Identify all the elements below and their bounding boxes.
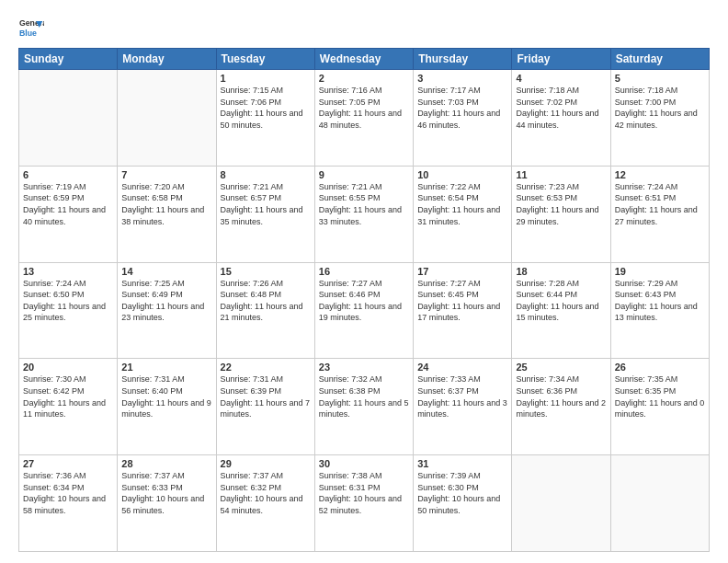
calendar-cell	[610, 455, 709, 552]
calendar-cell: 17Sunrise: 7:27 AM Sunset: 6:45 PM Dayli…	[414, 262, 512, 359]
calendar-cell	[19, 70, 118, 167]
calendar-cell: 1Sunrise: 7:15 AM Sunset: 7:06 PM Daylig…	[216, 70, 314, 167]
day-info: Sunrise: 7:22 AM Sunset: 6:54 PM Dayligh…	[417, 181, 507, 227]
day-info: Sunrise: 7:37 AM Sunset: 6:32 PM Dayligh…	[221, 470, 311, 516]
calendar-cell: 18Sunrise: 7:28 AM Sunset: 6:44 PM Dayli…	[512, 262, 610, 359]
day-number: 21	[121, 362, 211, 373]
calendar-cell: 30Sunrise: 7:38 AM Sunset: 6:31 PM Dayli…	[314, 455, 413, 552]
day-info: Sunrise: 7:27 AM Sunset: 6:45 PM Dayligh…	[417, 278, 507, 324]
calendar-cell: 10Sunrise: 7:22 AM Sunset: 6:54 PM Dayli…	[414, 166, 512, 262]
day-number: 18	[516, 266, 606, 277]
day-info: Sunrise: 7:34 AM Sunset: 6:36 PM Dayligh…	[516, 373, 606, 419]
weekday-header-tuesday: Tuesday	[216, 49, 314, 70]
calendar-cell: 31Sunrise: 7:39 AM Sunset: 6:30 PM Dayli…	[414, 455, 512, 552]
day-number: 8	[221, 169, 311, 180]
day-number: 14	[121, 266, 211, 277]
calendar-cell: 20Sunrise: 7:30 AM Sunset: 6:42 PM Dayli…	[19, 359, 118, 455]
day-number: 28	[121, 458, 211, 469]
day-info: Sunrise: 7:27 AM Sunset: 6:46 PM Dayligh…	[319, 278, 409, 324]
day-info: Sunrise: 7:16 AM Sunset: 7:05 PM Dayligh…	[319, 85, 409, 131]
calendar-cell: 29Sunrise: 7:37 AM Sunset: 6:32 PM Dayli…	[216, 455, 314, 552]
day-number: 29	[221, 458, 311, 469]
logo-icon: General Blue	[18, 15, 44, 40]
day-number: 25	[516, 362, 606, 373]
calendar-cell: 8Sunrise: 7:21 AM Sunset: 6:57 PM Daylig…	[216, 166, 314, 262]
week-row-1: 1Sunrise: 7:15 AM Sunset: 7:06 PM Daylig…	[19, 70, 710, 167]
calendar-cell: 13Sunrise: 7:24 AM Sunset: 6:50 PM Dayli…	[19, 262, 118, 359]
day-info: Sunrise: 7:31 AM Sunset: 6:40 PM Dayligh…	[121, 373, 211, 419]
day-number: 16	[319, 266, 409, 277]
calendar-cell: 27Sunrise: 7:36 AM Sunset: 6:34 PM Dayli…	[19, 455, 118, 552]
week-row-5: 27Sunrise: 7:36 AM Sunset: 6:34 PM Dayli…	[19, 455, 710, 552]
day-number: 5	[615, 73, 705, 84]
day-number: 19	[615, 266, 705, 277]
day-info: Sunrise: 7:24 AM Sunset: 6:50 PM Dayligh…	[23, 278, 113, 324]
day-info: Sunrise: 7:30 AM Sunset: 6:42 PM Dayligh…	[23, 373, 113, 419]
day-number: 11	[516, 169, 606, 180]
weekday-header-thursday: Thursday	[414, 49, 512, 70]
calendar-cell	[118, 70, 216, 167]
day-info: Sunrise: 7:24 AM Sunset: 6:51 PM Dayligh…	[615, 181, 705, 227]
week-row-3: 13Sunrise: 7:24 AM Sunset: 6:50 PM Dayli…	[19, 262, 710, 359]
calendar-cell: 19Sunrise: 7:29 AM Sunset: 6:43 PM Dayli…	[610, 262, 709, 359]
weekday-header-row: SundayMondayTuesdayWednesdayThursdayFrid…	[19, 49, 710, 70]
day-number: 4	[516, 73, 606, 84]
week-row-4: 20Sunrise: 7:30 AM Sunset: 6:42 PM Dayli…	[19, 359, 710, 455]
day-info: Sunrise: 7:33 AM Sunset: 6:37 PM Dayligh…	[417, 373, 507, 419]
day-info: Sunrise: 7:31 AM Sunset: 6:39 PM Dayligh…	[221, 373, 311, 419]
day-info: Sunrise: 7:20 AM Sunset: 6:58 PM Dayligh…	[121, 181, 211, 227]
day-number: 9	[319, 169, 409, 180]
day-number: 30	[319, 458, 409, 469]
day-number: 12	[615, 169, 705, 180]
calendar-cell: 21Sunrise: 7:31 AM Sunset: 6:40 PM Dayli…	[118, 359, 216, 455]
calendar-cell: 7Sunrise: 7:20 AM Sunset: 6:58 PM Daylig…	[118, 166, 216, 262]
weekday-header-saturday: Saturday	[610, 49, 709, 70]
day-number: 26	[615, 362, 705, 373]
calendar-cell	[512, 455, 610, 552]
day-number: 22	[221, 362, 311, 373]
day-info: Sunrise: 7:36 AM Sunset: 6:34 PM Dayligh…	[23, 470, 113, 516]
day-number: 10	[417, 169, 507, 180]
calendar-cell: 9Sunrise: 7:21 AM Sunset: 6:55 PM Daylig…	[314, 166, 413, 262]
day-info: Sunrise: 7:32 AM Sunset: 6:38 PM Dayligh…	[319, 373, 409, 419]
day-info: Sunrise: 7:26 AM Sunset: 6:48 PM Dayligh…	[221, 278, 311, 324]
day-number: 13	[23, 266, 113, 277]
day-info: Sunrise: 7:25 AM Sunset: 6:49 PM Dayligh…	[121, 278, 211, 324]
day-info: Sunrise: 7:38 AM Sunset: 6:31 PM Dayligh…	[319, 470, 409, 516]
calendar-cell: 16Sunrise: 7:27 AM Sunset: 6:46 PM Dayli…	[314, 262, 413, 359]
day-number: 24	[417, 362, 507, 373]
day-info: Sunrise: 7:39 AM Sunset: 6:30 PM Dayligh…	[417, 470, 507, 516]
calendar-cell: 3Sunrise: 7:17 AM Sunset: 7:03 PM Daylig…	[414, 70, 512, 167]
day-info: Sunrise: 7:18 AM Sunset: 7:02 PM Dayligh…	[516, 85, 606, 131]
calendar-cell: 2Sunrise: 7:16 AM Sunset: 7:05 PM Daylig…	[314, 70, 413, 167]
weekday-header-sunday: Sunday	[19, 49, 118, 70]
day-info: Sunrise: 7:28 AM Sunset: 6:44 PM Dayligh…	[516, 278, 606, 324]
calendar-cell: 15Sunrise: 7:26 AM Sunset: 6:48 PM Dayli…	[216, 262, 314, 359]
weekday-header-friday: Friday	[512, 49, 610, 70]
logo: General Blue	[18, 15, 44, 40]
week-row-2: 6Sunrise: 7:19 AM Sunset: 6:59 PM Daylig…	[19, 166, 710, 262]
day-number: 15	[221, 266, 311, 277]
day-info: Sunrise: 7:19 AM Sunset: 6:59 PM Dayligh…	[23, 181, 113, 227]
calendar-cell: 22Sunrise: 7:31 AM Sunset: 6:39 PM Dayli…	[216, 359, 314, 455]
day-info: Sunrise: 7:17 AM Sunset: 7:03 PM Dayligh…	[417, 85, 507, 131]
day-info: Sunrise: 7:18 AM Sunset: 7:00 PM Dayligh…	[615, 85, 705, 131]
calendar-cell: 14Sunrise: 7:25 AM Sunset: 6:49 PM Dayli…	[118, 262, 216, 359]
calendar-table: SundayMondayTuesdayWednesdayThursdayFrid…	[18, 48, 710, 552]
day-number: 6	[23, 169, 113, 180]
calendar-cell: 4Sunrise: 7:18 AM Sunset: 7:02 PM Daylig…	[512, 70, 610, 167]
day-number: 17	[417, 266, 507, 277]
svg-text:Blue: Blue	[19, 29, 37, 38]
day-info: Sunrise: 7:21 AM Sunset: 6:55 PM Dayligh…	[319, 181, 409, 227]
day-number: 3	[417, 73, 507, 84]
day-info: Sunrise: 7:29 AM Sunset: 6:43 PM Dayligh…	[615, 278, 705, 324]
weekday-header-wednesday: Wednesday	[314, 49, 413, 70]
day-info: Sunrise: 7:23 AM Sunset: 6:53 PM Dayligh…	[516, 181, 606, 227]
calendar-cell: 5Sunrise: 7:18 AM Sunset: 7:00 PM Daylig…	[610, 70, 709, 167]
page-header: General Blue	[18, 15, 710, 40]
calendar-cell: 23Sunrise: 7:32 AM Sunset: 6:38 PM Dayli…	[314, 359, 413, 455]
day-number: 23	[319, 362, 409, 373]
calendar-cell: 28Sunrise: 7:37 AM Sunset: 6:33 PM Dayli…	[118, 455, 216, 552]
calendar-cell: 25Sunrise: 7:34 AM Sunset: 6:36 PM Dayli…	[512, 359, 610, 455]
calendar-cell: 11Sunrise: 7:23 AM Sunset: 6:53 PM Dayli…	[512, 166, 610, 262]
